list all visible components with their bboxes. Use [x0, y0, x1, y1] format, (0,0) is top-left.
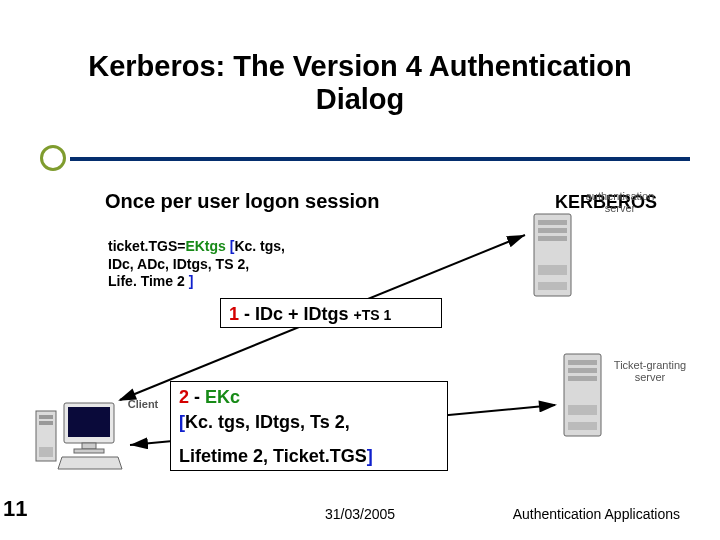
svg-rect-19 — [568, 405, 597, 415]
m1-dash: - — [244, 304, 255, 324]
svg-rect-6 — [82, 443, 96, 449]
m2-line2: Kc. tgs, IDtgs, Ts 2, — [185, 412, 350, 432]
ticket-ektgs: EKtgs — [185, 238, 229, 254]
auth-server-label: authentication server — [575, 191, 665, 214]
svg-rect-14 — [538, 282, 567, 290]
ticket-body2: IDc, ADc, IDtgs, TS 2, — [108, 256, 249, 272]
svg-rect-10 — [538, 220, 567, 225]
session-subtitle: Once per user logon session — [105, 190, 380, 213]
title-rule — [30, 149, 690, 165]
svg-rect-12 — [538, 236, 567, 241]
m1-ts: +TS 1 — [354, 307, 392, 323]
m2-dash: - — [194, 387, 205, 407]
svg-rect-7 — [74, 449, 104, 453]
message-1-box: 1 - IDc + IDtgs +TS 1 — [220, 298, 442, 328]
tgs-server-icon — [560, 350, 605, 440]
slide-title: Kerberos: The Version 4 Authentication D… — [62, 50, 658, 117]
svg-rect-1 — [39, 415, 53, 419]
svg-rect-2 — [39, 421, 53, 425]
footer-right: Authentication Applications — [513, 506, 680, 522]
m2-ekc: EKc — [205, 387, 240, 407]
message-2-box: 2 - EKc [Kc. tgs, IDtgs, Ts 2, Lifetime … — [170, 381, 448, 471]
svg-rect-20 — [568, 422, 597, 430]
m1-body: IDc + IDtgs — [255, 304, 354, 324]
client-label: Client — [118, 398, 168, 410]
auth-server-icon — [530, 210, 575, 300]
m2-number: 2 — [179, 387, 194, 407]
m2-line3: Lifetime 2, Ticket.TGS — [179, 446, 367, 466]
tgs-server-label: Ticket-granting server — [600, 360, 700, 383]
ticket-tgs-text: ticket.TGS=EKtgs [Kc. tgs, IDc, ADc, IDt… — [108, 238, 318, 291]
svg-rect-13 — [538, 265, 567, 275]
svg-rect-11 — [538, 228, 567, 233]
svg-rect-17 — [568, 368, 597, 373]
svg-rect-3 — [39, 447, 53, 457]
svg-marker-8 — [58, 457, 122, 469]
slide: { "title": "Kerberos: The Version 4 Auth… — [0, 0, 720, 540]
client-icon — [34, 393, 124, 473]
ticket-close-bracket: ] — [189, 273, 194, 289]
title-rule-dot — [40, 145, 66, 171]
ticket-body1: Kc. tgs, — [234, 238, 285, 254]
svg-rect-18 — [568, 376, 597, 381]
m1-number: 1 — [229, 304, 244, 324]
svg-rect-5 — [68, 407, 110, 437]
ticket-body3: Life. Time 2 — [108, 273, 189, 289]
svg-rect-16 — [568, 360, 597, 365]
ticket-prefix: ticket.TGS= — [108, 238, 185, 254]
title-rule-bar — [70, 157, 690, 161]
m2-close-bracket: ] — [367, 446, 373, 466]
